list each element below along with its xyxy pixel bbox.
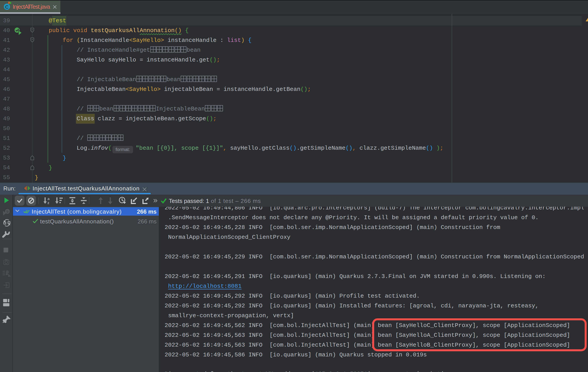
svg-text:C: C — [5, 4, 9, 10]
svg-text:a: a — [47, 197, 50, 201]
svg-text:z: z — [47, 201, 49, 204]
svg-text:9: 9 — [6, 209, 9, 214]
